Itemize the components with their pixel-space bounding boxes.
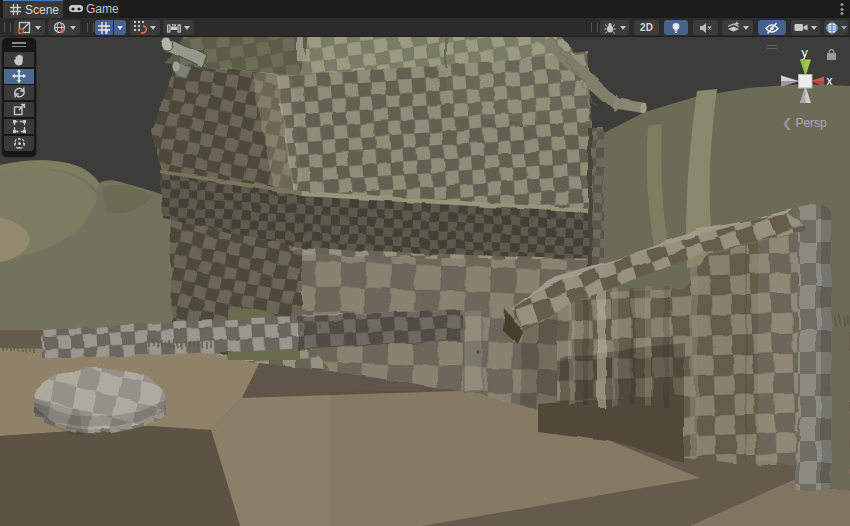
- svg-text:y: y: [802, 46, 809, 60]
- svg-text:Y: Y: [105, 27, 110, 34]
- svg-text:x: x: [827, 74, 833, 88]
